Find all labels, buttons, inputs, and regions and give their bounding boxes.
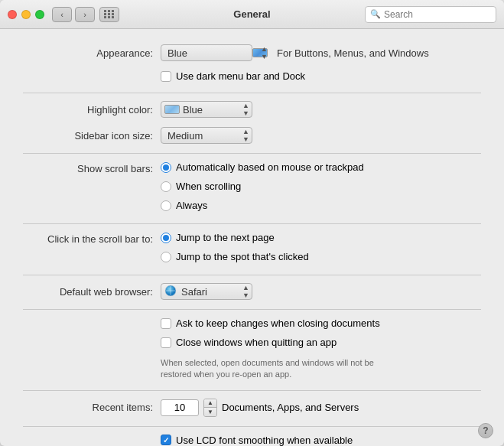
traffic-lights (8, 10, 44, 19)
recent-items-suffix: Documents, Apps, and Servers (222, 402, 359, 413)
content-area: Appearance: Blue ▲▼ For Buttons, Menus, … (0, 29, 504, 446)
ask-keep-label: Ask to keep changes when closing documen… (176, 317, 380, 329)
dark-menu-label: Use dark menu bar and Dock (176, 70, 305, 82)
click-next-page-row: Jump to the next page (161, 232, 309, 243)
divider-4 (23, 275, 481, 275)
help-button[interactable]: ? (478, 423, 493, 438)
scroll-always-radio[interactable] (161, 200, 171, 211)
appearance-row: Appearance: Blue ▲▼ For Buttons, Menus, … (23, 44, 481, 61)
lcd-font-label: Use LCD font smoothing when available (176, 435, 353, 446)
close-windows-row: Close windows when quitting an app (161, 337, 405, 348)
recent-items-arrows: ▲ ▼ (203, 399, 217, 417)
doc-options-row: Ask to keep changes when closing documen… (23, 317, 481, 381)
sidebar-icon-size-row: Sidebar icon size: Medium ▲▼ (23, 127, 481, 144)
ask-keep-checkbox[interactable] (161, 318, 171, 329)
titlebar: ‹ › General 🔍 (0, 0, 504, 29)
sidebar-icon-size-label: Sidebar icon size: (23, 130, 161, 142)
highlight-select-wrapper: Blue ▲▼ (161, 101, 252, 118)
sidebar-size-select-wrapper: Medium ▲▼ (161, 127, 252, 144)
scroll-bars-label: Show scroll bars: (23, 161, 161, 174)
nav-buttons: ‹ › (52, 7, 95, 22)
lcd-font-checkbox[interactable]: ✓ (161, 435, 171, 445)
scroll-auto-row: Automatically based on mouse or trackpad (161, 161, 364, 173)
click-spot-radio[interactable] (161, 252, 171, 262)
scroll-auto-radio[interactable] (161, 162, 171, 173)
grid-icon (104, 10, 115, 18)
click-scroll-options: Jump to the next page Jump to the spot t… (161, 232, 309, 265)
appearance-select[interactable]: Blue (161, 44, 252, 61)
browser-select-wrapper: Safari ▲▼ (161, 283, 252, 300)
back-button[interactable]: ‹ (52, 7, 72, 22)
dark-menu-row: Use dark menu bar and Dock (23, 70, 481, 85)
divider-3 (23, 223, 481, 224)
search-box: 🔍 (365, 6, 496, 23)
scroll-always-row: Always (161, 200, 364, 211)
click-next-page-radio[interactable] (161, 233, 171, 243)
click-spot-label: Jump to the spot that's clicked (176, 251, 309, 262)
divider-6 (23, 390, 481, 391)
web-browser-row: Default web browser: (23, 283, 481, 300)
grid-button[interactable] (99, 7, 119, 22)
search-icon: 🔍 (370, 9, 381, 19)
click-scroll-row: Click in the scroll bar to: Jump to the … (23, 232, 481, 265)
dark-menu-checkbox-row: Use dark menu bar and Dock (161, 70, 305, 82)
divider-1 (23, 93, 481, 93)
divider-7 (23, 426, 481, 427)
click-scroll-label: Click in the scroll bar to: (23, 232, 161, 245)
scroll-scrolling-label: When scrolling (176, 181, 241, 192)
safari-icon (164, 285, 177, 299)
divider-5 (23, 309, 481, 310)
scroll-scrolling-row: When scrolling (161, 181, 364, 192)
ask-keep-row: Ask to keep changes when closing documen… (161, 317, 405, 329)
recent-items-up[interactable]: ▲ (204, 399, 216, 408)
radio-inner-icon (163, 164, 169, 171)
recent-items-down[interactable]: ▼ (204, 408, 216, 416)
scroll-scrolling-radio[interactable] (161, 181, 171, 192)
dark-menu-checkbox[interactable] (161, 71, 171, 82)
web-browser-label: Default web browser: (23, 286, 161, 298)
minimize-button[interactable] (21, 10, 31, 19)
click-next-page-label: Jump to the next page (176, 232, 275, 243)
highlight-swatch-icon (164, 105, 180, 114)
recent-items-input[interactable] (161, 399, 199, 416)
close-windows-checkbox[interactable] (161, 337, 171, 348)
recent-items-stepper: ▲ ▼ Documents, Apps, and Servers (161, 399, 359, 417)
appearance-select-wrapper: Blue ▲▼ (161, 44, 271, 61)
close-button[interactable] (8, 10, 17, 19)
recent-items-label: Recent items: (23, 402, 161, 413)
appearance-suffix: For Buttons, Menus, and Windows (277, 47, 429, 59)
recent-items-row: Recent items: ▲ ▼ Documents, Apps, and S… (23, 399, 481, 417)
highlight-color-row: Highlight color: Blue ▲▼ (23, 101, 481, 118)
doc-options-group: Ask to keep changes when closing documen… (161, 317, 405, 381)
titlebar-title: General (233, 8, 270, 20)
close-windows-label: Close windows when quitting an app (176, 337, 337, 348)
doc-options-note: When selected, open documents and window… (161, 357, 405, 381)
sidebar-size-select[interactable]: Medium (161, 127, 252, 144)
lcd-font-row: ✓ Use LCD font smoothing when available (23, 435, 481, 446)
highlight-color-label: Highlight color: (23, 104, 161, 116)
click-next-radio-inner-icon (163, 235, 169, 241)
scroll-bars-row: Show scroll bars: Automatically based on… (23, 161, 481, 214)
divider-2 (23, 153, 481, 154)
search-input[interactable] (384, 9, 491, 20)
click-spot-row: Jump to the spot that's clicked (161, 251, 309, 262)
forward-button[interactable]: › (75, 7, 95, 22)
appearance-label: Appearance: (23, 47, 161, 59)
checkmark-icon: ✓ (163, 436, 169, 444)
window: ‹ › General 🔍 Appearance: Blue ▲▼ (0, 0, 504, 446)
blue-swatch-icon (252, 48, 268, 57)
scroll-always-label: Always (176, 200, 207, 211)
scroll-auto-label: Automatically based on mouse or trackpad (176, 161, 364, 173)
maximize-button[interactable] (35, 10, 44, 19)
scroll-bars-options: Automatically based on mouse or trackpad… (161, 161, 364, 214)
lcd-font-checkbox-row: ✓ Use LCD font smoothing when available (161, 435, 353, 446)
